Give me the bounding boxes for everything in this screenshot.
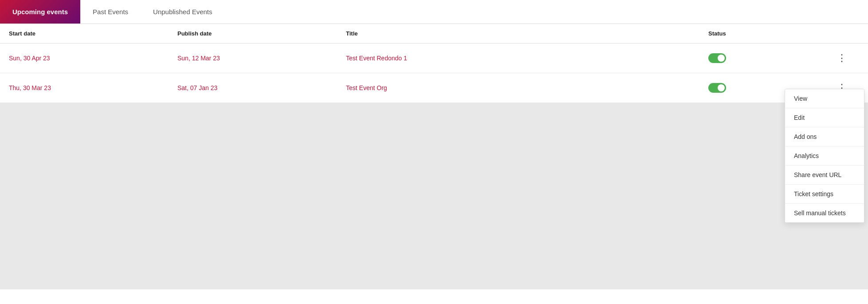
col-header-actions [824,28,859,39]
toggle-switch[interactable] [708,83,726,93]
col-header-publish-date: Publish date [177,28,346,39]
row1-title: Test Event Redondo 1 [346,55,708,62]
row1-more-button[interactable]: ⋮ [833,51,850,65]
dropdown-item-sell-manual-tickets[interactable]: Sell manual tickets [785,204,864,222]
row1-status-toggle[interactable] [708,53,824,63]
tab-upcoming[interactable]: Upcoming events [0,0,80,24]
col-header-title: Title [346,28,708,39]
dropdown-item-analytics[interactable]: Analytics [785,146,864,166]
dropdown-item-share-event-url[interactable]: Share event URL [785,166,864,185]
table-header: Start date Publish date Title Status [0,24,868,43]
dropdown-item-ticket-settings[interactable]: Ticket settings [785,185,864,204]
dropdown-menu: View Edit Add ons Analytics Share event … [785,89,864,223]
col-header-status: Status [708,28,824,39]
dropdown-item-addons[interactable]: Add ons [785,127,864,146]
row1-start-date: Sun, 30 Apr 23 [9,55,177,62]
col-header-start-date: Start date [9,28,177,39]
dropdown-item-view[interactable]: View [785,89,864,108]
row2-publish-date: Sat, 07 Jan 23 [177,84,346,91]
row2-title: Test Event Org [346,84,708,91]
row1-publish-date: Sun, 12 Mar 23 [177,55,346,62]
table-row: Sun, 30 Apr 23 Sun, 12 Mar 23 Test Event… [0,43,868,73]
dropdown-item-edit[interactable]: Edit [785,108,864,127]
table-row: Thu, 30 Mar 23 Sat, 07 Jan 23 Test Event… [0,73,868,103]
toggle-switch[interactable] [708,53,726,63]
page-container: Upcoming events Past Events Unpublished … [0,0,868,304]
gray-area [0,103,868,289]
row1-actions: ⋮ [824,51,859,65]
tabs-bar: Upcoming events Past Events Unpublished … [0,0,868,24]
toggle-thumb [718,55,725,62]
row2-start-date: Thu, 30 Mar 23 [9,84,177,91]
toggle-thumb [718,84,725,91]
tab-unpublished[interactable]: Unpublished Events [141,0,224,24]
tab-past[interactable]: Past Events [80,0,141,24]
